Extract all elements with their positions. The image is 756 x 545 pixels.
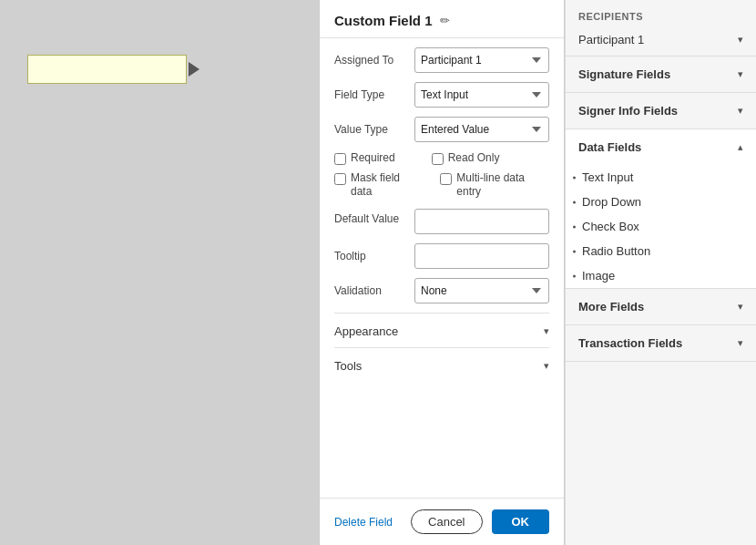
validation-label: Validation <box>334 284 414 297</box>
read-only-checkbox[interactable] <box>432 153 444 165</box>
recipients-section: RECIPIENTS Participant 1 ▾ <box>566 0 756 57</box>
more-fields-title: More Fields <box>578 300 644 314</box>
multiline-checkbox-item: Multi-line data entry <box>440 171 549 200</box>
data-fields-header[interactable]: Data Fields ▴ <box>566 129 756 165</box>
check-box-label: Check Box <box>582 220 639 233</box>
cancel-button[interactable]: Cancel <box>411 509 482 534</box>
validation-select[interactable]: None Email Number Date <box>414 278 549 303</box>
required-label: Required <box>351 151 395 166</box>
more-fields-header[interactable]: More Fields ▾ <box>566 289 756 324</box>
value-type-label: Value Type <box>334 123 414 136</box>
default-value-label: Default Value <box>334 209 414 225</box>
assigned-to-label: Assigned To <box>334 54 414 67</box>
sidebar-item-check-box[interactable]: Check Box <box>566 214 756 239</box>
more-fields-chevron-icon: ▾ <box>738 301 743 313</box>
canvas-area <box>0 0 319 545</box>
signature-fields-chevron-icon: ▾ <box>738 68 743 80</box>
transaction-fields-header[interactable]: Transaction Fields ▾ <box>566 325 756 361</box>
signer-info-chevron-icon: ▾ <box>738 105 743 117</box>
recipients-header[interactable]: RECIPIENTS <box>566 0 756 33</box>
default-value-input[interactable] <box>414 209 549 234</box>
tooltip-input[interactable] <box>414 243 549 269</box>
required-checkbox[interactable] <box>334 153 346 165</box>
multiline-checkbox[interactable] <box>440 173 452 185</box>
assigned-to-row: Assigned To Participant 1 Participant 2 <box>334 47 549 73</box>
more-fields-section: More Fields ▾ <box>566 289 756 325</box>
delete-field-link[interactable]: Delete Field <box>334 516 393 529</box>
recipients-body: Participant 1 ▾ <box>566 33 756 56</box>
panel-footer: Delete Field Cancel OK <box>320 498 564 545</box>
signature-fields-section: Signature Fields ▾ <box>566 57 756 93</box>
tooltip-row: Tooltip <box>334 243 549 269</box>
panel-title: Custom Field 1 <box>334 13 433 28</box>
assigned-to-select[interactable]: Participant 1 Participant 2 <box>414 47 549 73</box>
required-checkbox-item: Required <box>334 151 395 166</box>
field-type-row: Field Type Text Input Drop Down Check Bo… <box>334 82 549 108</box>
panel-header: Custom Field 1 ✏ <box>320 0 564 38</box>
sidebar-item-image[interactable]: Image <box>566 263 756 288</box>
read-only-label: Read Only <box>448 151 500 166</box>
signature-fields-header[interactable]: Signature Fields ▾ <box>566 57 756 92</box>
default-value-row: Default Value <box>334 209 549 234</box>
tools-chevron-icon: ▾ <box>544 360 549 372</box>
recipients-title: RECIPIENTS <box>578 11 643 22</box>
text-input-label: Text Input <box>582 170 633 184</box>
ok-button[interactable]: OK <box>492 509 550 534</box>
appearance-label: Appearance <box>334 324 398 338</box>
transaction-fields-chevron-icon: ▾ <box>738 337 743 349</box>
value-type-select[interactable]: Entered Value Calculated <box>414 117 549 142</box>
multiline-label: Multi-line data entry <box>456 171 549 200</box>
tools-section[interactable]: Tools ▾ <box>334 347 549 382</box>
sidebar-item-drop-down[interactable]: Drop Down <box>566 190 756 214</box>
field-type-select[interactable]: Text Input Drop Down Check Box Radio But… <box>414 82 549 108</box>
read-only-checkbox-item: Read Only <box>432 151 500 166</box>
panel-body: Assigned To Participant 1 Participant 2 … <box>320 38 564 498</box>
field-type-label: Field Type <box>334 88 414 101</box>
mask-field-label: Mask field data <box>351 171 422 200</box>
drop-down-label: Drop Down <box>582 195 641 209</box>
mask-field-checkbox[interactable] <box>334 173 346 185</box>
transaction-fields-title: Transaction Fields <box>578 336 682 350</box>
field-box <box>27 55 187 84</box>
data-fields-body: Text Input Drop Down Check Box Radio But… <box>566 165 756 288</box>
checkbox-group-1: Required Read Only <box>334 151 549 166</box>
checkbox-group-2: Mask field data Multi-line data entry <box>334 171 549 200</box>
signature-fields-title: Signature Fields <box>578 67 670 81</box>
appearance-chevron-icon: ▾ <box>544 325 549 337</box>
data-fields-title: Data Fields <box>578 140 641 154</box>
sidebar-item-text-input[interactable]: Text Input <box>566 165 756 190</box>
checkboxes-section: Required Read Only Mask field data Multi… <box>334 151 549 200</box>
right-sidebar: RECIPIENTS Participant 1 ▾ Signature Fie… <box>565 0 756 545</box>
edit-icon[interactable]: ✏ <box>440 14 450 27</box>
signer-info-section: Signer Info Fields ▾ <box>566 93 756 129</box>
mask-field-checkbox-item: Mask field data <box>334 171 422 200</box>
data-fields-chevron-icon: ▴ <box>738 141 743 153</box>
transaction-fields-section: Transaction Fields ▾ <box>566 325 756 362</box>
signer-info-title: Signer Info Fields <box>578 104 678 118</box>
tools-label: Tools <box>334 359 362 373</box>
sidebar-item-radio-button[interactable]: Radio Button <box>566 239 756 263</box>
properties-panel: Custom Field 1 ✏ Assigned To Participant… <box>319 0 565 545</box>
value-type-row: Value Type Entered Value Calculated <box>334 117 549 142</box>
recipients-chevron-icon: ▾ <box>738 34 743 46</box>
appearance-section[interactable]: Appearance ▾ <box>334 313 549 347</box>
field-box-arrow <box>189 62 199 77</box>
signer-info-header[interactable]: Signer Info Fields ▾ <box>566 93 756 129</box>
validation-row: Validation None Email Number Date <box>334 278 549 303</box>
image-label: Image <box>582 269 615 283</box>
tooltip-label: Tooltip <box>334 250 414 262</box>
participant-value: Participant 1 <box>578 33 644 46</box>
data-fields-section: Data Fields ▴ Text Input Drop Down Check… <box>566 129 756 289</box>
radio-button-label: Radio Button <box>582 244 650 258</box>
